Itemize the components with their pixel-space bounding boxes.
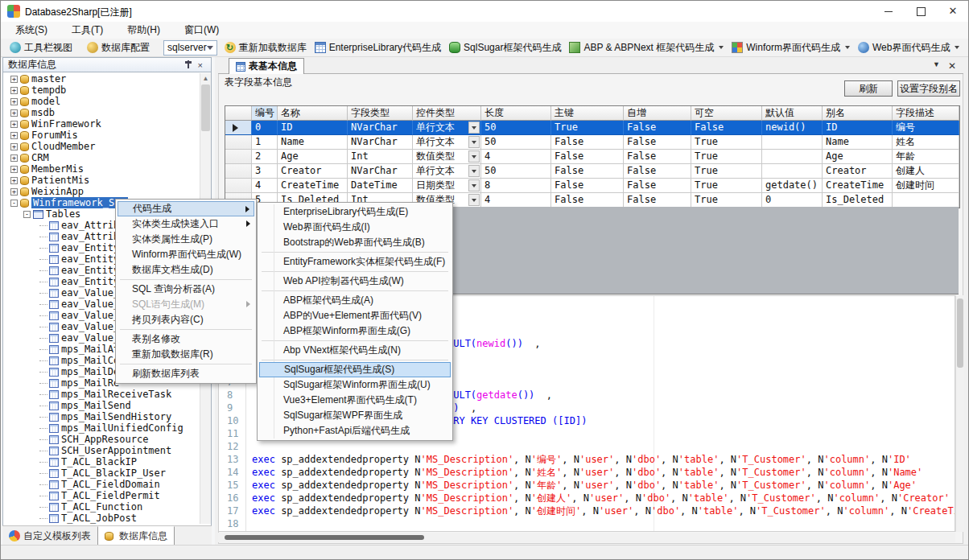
tree-expander-icon[interactable]: + — [10, 132, 18, 139]
grid-cell[interactable]: Creator — [823, 164, 893, 179]
tree-expander-icon[interactable]: + — [10, 166, 18, 173]
field-grid[interactable]: 编号名称字段类型控件类型长度主键自增可空默认值别名字段描述0IDNVarChar… — [225, 105, 960, 208]
toolbar-button-工具栏视图[interactable]: 工具栏视图 — [6, 40, 76, 56]
cell-dropdown-icon[interactable] — [468, 121, 480, 134]
menu-item-SQL 查询分析器(A)[interactable]: SQL 查询分析器(A) — [118, 282, 254, 297]
menu-item-ABP框架代码生成(A)[interactable]: ABP框架代码生成(A) — [259, 293, 451, 308]
grid-cell[interactable]: 4 — [481, 193, 551, 208]
tree-item[interactable]: T_ACL_JobPost — [4, 513, 200, 524]
grid-column-header[interactable]: 控件类型 — [413, 106, 481, 121]
tree-item[interactable]: SCH_UserAppointment — [4, 445, 200, 456]
tree-expander-icon[interactable]: + — [10, 87, 18, 94]
grid-row-header[interactable] — [225, 164, 252, 179]
menu-item-Winform界面代码生成(W)[interactable]: Winform界面代码生成(W) — [118, 247, 254, 262]
grid-cell[interactable]: False — [624, 193, 691, 208]
grid-cell[interactable]: 4 — [481, 150, 551, 164]
grid-cell[interactable] — [762, 150, 823, 164]
tree-expander-icon[interactable]: + — [10, 121, 18, 128]
grid-cell[interactable]: 50 — [481, 164, 551, 179]
menubar-item-3[interactable]: 窗口(W) — [175, 22, 229, 39]
grid-cell[interactable]: CreateTime — [278, 179, 348, 193]
tree-item[interactable]: +model — [4, 96, 200, 107]
grid-cell[interactable] — [893, 193, 959, 208]
grid-cell[interactable]: Age — [823, 150, 893, 164]
tree-expander-icon[interactable]: + — [10, 143, 18, 150]
grid-cell[interactable]: False — [551, 135, 624, 150]
grid-cell[interactable]: True — [691, 135, 762, 150]
grid-cell[interactable]: 50 — [481, 135, 551, 150]
menu-item-实体类生成快速入口[interactable]: 实体类生成快速入口 — [118, 216, 254, 232]
grid-column-header[interactable]: 默认值 — [762, 106, 823, 121]
toolbar-button-ABP & ABPNext 框架代码生成[interactable]: ABP & ABPNext 框架代码生成 — [565, 40, 728, 56]
grid-cell[interactable]: 创建时间 — [893, 179, 959, 193]
grid-cell[interactable]: getdate() — [762, 179, 823, 193]
editor-vertical-scrollbar[interactable] — [955, 295, 964, 532]
menu-item-SqlSugar框架代码生成(S)[interactable]: SqlSugar框架代码生成(S) — [259, 362, 451, 377]
grid-cell[interactable]: False — [624, 121, 691, 135]
minimize-button[interactable] — [881, 4, 896, 19]
tree-item[interactable]: +master — [4, 73, 200, 84]
grid-cell[interactable]: ID — [278, 121, 348, 135]
scroll-up-icon[interactable]: ▲ — [200, 73, 211, 84]
tree-item[interactable]: T_ACL_FieldPermit — [4, 490, 200, 501]
grid-cell[interactable] — [762, 164, 823, 179]
grid-cell[interactable] — [762, 135, 823, 150]
tree-item[interactable]: T_ACL_Function — [4, 501, 200, 513]
grid-cell[interactable]: 年龄 — [893, 150, 959, 164]
grid-cell[interactable]: CreateTime — [823, 179, 893, 193]
menu-item-Bootstrap的Web界面代码生成(B)[interactable]: Bootstrap的Web界面代码生成(B) — [259, 235, 451, 250]
toolbar-button-Winform界面代码生成[interactable]: Winform界面代码生成 — [728, 40, 854, 56]
grid-cell[interactable]: False — [624, 179, 691, 193]
grid-column-header[interactable]: 字段类型 — [348, 106, 413, 121]
grid-cell[interactable]: False — [551, 179, 624, 193]
grid-cell[interactable]: ID — [823, 121, 893, 135]
toolbar-button-数据库配置[interactable]: 数据库配置 — [83, 40, 154, 56]
bottom-tab-数据库信息[interactable]: 数据库信息 — [97, 526, 175, 546]
toolbar-button-重新加载数据库[interactable]: ↻重新加载数据库 — [221, 40, 311, 56]
menubar-item-1[interactable]: 工具(T) — [62, 22, 113, 39]
grid-cell[interactable]: False — [624, 150, 691, 164]
grid-column-header[interactable]: 可空 — [691, 106, 762, 121]
grid-cell[interactable]: NVarChar — [348, 164, 413, 179]
cell-dropdown-icon[interactable] — [468, 136, 480, 148]
grid-cell[interactable]: False — [551, 193, 624, 208]
menu-item-SqlSugar框架WPF界面生成[interactable]: SqlSugar框架WPF界面生成 — [259, 408, 451, 423]
grid-column-header[interactable]: 自增 — [624, 106, 691, 121]
grid-cell[interactable]: False — [551, 164, 624, 179]
grid-cell[interactable]: 50 — [481, 121, 551, 135]
tree-item[interactable]: +WeixinApp — [4, 186, 200, 197]
grid-cell[interactable]: newid() — [762, 121, 823, 135]
grid-cell[interactable]: 日期类型 — [413, 179, 481, 193]
grid-cell[interactable]: 姓名 — [893, 135, 959, 150]
menu-item-Python+FastApi后端代码生成[interactable]: Python+FastApi后端代码生成 — [259, 423, 451, 439]
grid-cell[interactable]: Int — [348, 150, 413, 164]
tree-item[interactable]: +ForumMis — [4, 130, 200, 141]
grid-cell[interactable]: Is_Deleted — [823, 193, 893, 208]
grid-row-header[interactable] — [225, 179, 252, 193]
grid-cell[interactable]: True — [691, 164, 762, 179]
scrollbar-thumb[interactable] — [957, 299, 963, 368]
grid-cell[interactable]: False — [551, 150, 624, 164]
menu-item-EntityFramework实体框架代码生成(F)[interactable]: EntityFramework实体框架代码生成(F) — [259, 254, 451, 270]
grid-cell[interactable]: NVarChar — [348, 121, 413, 135]
tree-item[interactable]: mps_MailReceiveTask — [4, 389, 200, 400]
grid-cell[interactable]: 1 — [252, 135, 278, 150]
grid-cell[interactable]: 4 — [252, 179, 278, 193]
cell-dropdown-icon[interactable] — [468, 194, 480, 206]
grid-column-header[interactable]: 编号 — [252, 106, 278, 121]
grid-cell[interactable]: 2 — [252, 150, 278, 164]
cell-dropdown-icon[interactable] — [468, 179, 480, 191]
grid-cell[interactable]: False — [624, 135, 691, 150]
database-type-combobox[interactable]: sqlserver — [163, 40, 217, 56]
tree-expander-icon[interactable]: + — [10, 177, 18, 184]
pin-icon[interactable] — [182, 60, 195, 70]
grid-cell[interactable]: True — [551, 121, 624, 135]
tree-expander-icon[interactable]: + — [10, 188, 18, 196]
grid-row-header[interactable] — [225, 135, 252, 150]
tab-close-icon[interactable]: ✕ — [948, 60, 956, 72]
toolbar-button-EnterpriseLibrary代码生成[interactable]: EnterpriseLibrary代码生成 — [311, 40, 445, 56]
tree-item[interactable]: mps_MailSendHistory — [4, 411, 200, 422]
menu-item-刷新数据库列表[interactable]: 刷新数据库列表 — [118, 366, 254, 381]
panel-close-icon[interactable]: × — [195, 60, 206, 70]
grid-cell[interactable]: 单行文本 — [413, 164, 481, 179]
